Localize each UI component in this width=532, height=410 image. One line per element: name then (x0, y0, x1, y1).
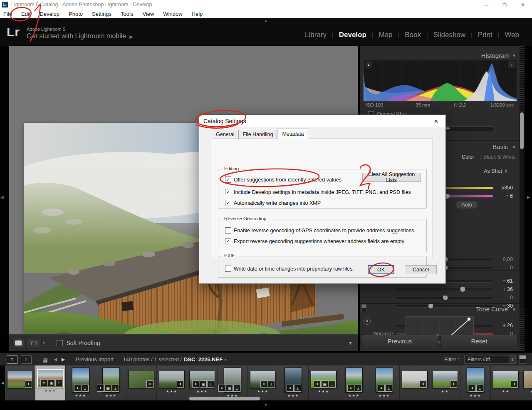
tab-file-handling[interactable]: File Handling (238, 130, 277, 139)
tab-metadata[interactable]: Metadata (277, 129, 309, 139)
checkbox-automatically-write-changes-into-xmp[interactable]: ✓ (225, 200, 231, 206)
star-rating[interactable]: ★★★ (318, 390, 329, 394)
star-rating[interactable]: ★★★ (287, 394, 299, 398)
module-tab-slideshow[interactable]: Slideshow (428, 31, 471, 39)
thumbnail-valley[interactable]: ⬧± (345, 368, 363, 393)
filmstrip-cell[interactable]: ⬧▣±★★★ (35, 365, 66, 400)
keyword-badge-icon[interactable]: ⬧ (25, 380, 32, 388)
crop-badge-icon[interactable]: ▣ (321, 380, 328, 388)
menu-item-settings[interactable]: Settings (87, 9, 116, 18)
filmstrip-cell[interactable]: ⬧★★ (430, 365, 460, 400)
adjust-badge-icon[interactable]: ± (233, 385, 240, 392)
module-tab-map[interactable]: Map (373, 31, 398, 39)
toolbar-options-icon[interactable]: ▼ (348, 340, 353, 345)
thumbnail-peak-blue[interactable]: ⬧± (72, 368, 89, 393)
slider-track[interactable] (396, 288, 493, 291)
filmstrip-cell[interactable]: ⬧±★★★ (278, 365, 309, 400)
crop-badge-icon[interactable]: ▣ (200, 380, 207, 388)
star-rating[interactable]: ★★★ (379, 394, 390, 398)
menu-item-help[interactable]: Help (187, 9, 208, 18)
reset-button[interactable]: Reset (440, 335, 518, 347)
module-tab-develop[interactable]: Develop (334, 31, 372, 39)
filmstrip-cell[interactable]: ⬧▣±★★★ (309, 365, 339, 400)
adjust-badge-icon[interactable]: ± (385, 385, 392, 392)
histogram-panel-header[interactable]: Histogram (481, 52, 510, 59)
filmstrip-cell[interactable]: ⬧±★★★ (369, 365, 400, 400)
star-rating[interactable]: ★★★ (348, 394, 360, 398)
filmstrip-cell[interactable]: ⬧±★★★ (339, 365, 369, 400)
keyword-badge-icon[interactable]: ⬧ (177, 380, 184, 388)
checkbox-enable-reverse-geocoding-of-gps-coordina[interactable] (225, 227, 231, 234)
selected-filename[interactable]: DSC_2225.NEF (184, 356, 223, 363)
go-forward-icon[interactable]: ▶ (62, 357, 65, 362)
star-rating[interactable]: ★★★ (45, 389, 56, 393)
previous-button[interactable]: Previous (361, 335, 438, 347)
close-icon[interactable]: ✕ (514, 0, 532, 9)
keyword-badge-icon[interactable]: ⬧ (420, 380, 427, 388)
thumbnail-trail-dark[interactable]: ⬧ (129, 371, 154, 388)
keyword-badge-icon[interactable]: ⬧ (378, 385, 385, 392)
crop-badge-icon[interactable]: ▣ (104, 385, 111, 392)
thumbnail-dark-peak[interactable]: ⬧± (285, 368, 302, 393)
clear-suggestion-lists-button[interactable]: Clear All Suggestion Lists (362, 173, 421, 182)
filmstrip-cell[interactable]: ⬧▣±★★★ (218, 365, 248, 400)
filmstrip-cell[interactable]: ⬧ (5, 365, 35, 400)
menu-item-file[interactable]: File (0, 9, 17, 18)
filmstrip-cell[interactable]: ⬧★★★ (157, 365, 187, 400)
filter-toggle[interactable] (519, 355, 526, 364)
auto-tone-button[interactable]: Auto (455, 201, 478, 209)
collapse-filmstrip-icon[interactable]: ▼ (260, 403, 271, 407)
filmstrip-source[interactable]: Previous Import (76, 356, 114, 363)
keyword-badge-icon[interactable]: ⬧ (469, 385, 476, 392)
thumbnail-valley2[interactable]: ⬧± (376, 368, 393, 393)
menu-item-develop[interactable]: Develop (35, 9, 64, 18)
partial-slider[interactable] (445, 127, 494, 131)
slider-knob[interactable] (460, 287, 465, 292)
adjust-badge-icon[interactable]: ± (55, 379, 62, 386)
keyword-badge-icon[interactable]: ⬧ (40, 379, 47, 386)
keyword-badge-icon[interactable]: ⬧ (260, 380, 267, 388)
keyword-badge-icon[interactable]: ⬧ (287, 385, 294, 392)
keyword-badge-icon[interactable]: ⬧ (146, 380, 153, 388)
adjust-badge-icon[interactable]: ± (476, 385, 483, 392)
thumbnail-fog-port[interactable]: ⬧▣± (224, 368, 241, 393)
thumbnail-cows-meadow[interactable]: ⬧▣± (311, 371, 337, 388)
treatment-black-white[interactable]: Black & White (483, 154, 516, 160)
histogram[interactable]: ▲ ▲ (363, 60, 517, 102)
panel-scrollbar-track[interactable] (520, 46, 525, 351)
filmstrip-cell[interactable]: ★★★ (521, 365, 532, 400)
adjust-badge-icon[interactable]: ± (112, 385, 119, 392)
menu-item-view[interactable]: View (138, 9, 158, 18)
second-window-button[interactable]: 2 (21, 355, 32, 364)
view-options-caret-icon[interactable]: ▾ (43, 341, 45, 345)
filter-dropdown[interactable]: Filters Off ⇕ (464, 355, 516, 364)
before-after-view-button[interactable]: Y Y (27, 338, 42, 348)
slider-knob[interactable] (428, 303, 433, 309)
thumbnail-hut[interactable]: ⬧ (7, 371, 33, 388)
adjust-badge-icon[interactable]: ± (355, 385, 362, 392)
identity-plate-headline[interactable]: Get started with Lightroom mobile▶ (27, 32, 133, 40)
dialog-close-icon[interactable]: ✕ (427, 115, 445, 127)
filename-caret-icon[interactable]: ▾ (225, 358, 227, 362)
cancel-button[interactable]: Cancel (405, 265, 437, 274)
adjust-badge-icon[interactable]: ± (329, 380, 336, 388)
filmstrip-scrollbar-thumb[interactable] (189, 397, 260, 400)
thumbnail-fog-mtn2[interactable]: ⬧▣± (189, 371, 215, 388)
adjust-badge-icon[interactable]: ± (82, 385, 89, 392)
panel-endcap-icon[interactable]: ▼ (436, 333, 439, 337)
filmstrip-cell[interactable]: ⬧±★★★ (248, 365, 278, 400)
star-rating[interactable]: ★★★ (166, 390, 178, 394)
crop-badge-icon[interactable]: ▣ (226, 385, 233, 392)
star-rating[interactable]: ★★ (502, 390, 510, 394)
loupe-view-button[interactable] (12, 338, 24, 348)
go-back-icon[interactable]: ◀ (54, 357, 57, 362)
checkbox-write-date-or-time-changes-into-propriet[interactable] (225, 266, 231, 272)
menu-item-photo[interactable]: Photo (64, 9, 87, 18)
filmstrip-cell[interactable]: ⬧★★ (491, 365, 521, 400)
basic-collapse-icon[interactable]: ▼ (512, 145, 516, 149)
star-rating[interactable]: ★★★ (75, 394, 87, 398)
targeted-adjustment-icon[interactable] (364, 318, 371, 325)
keyword-badge-icon[interactable]: ⬧ (97, 385, 104, 392)
keyword-badge-icon[interactable]: ⬧ (218, 385, 225, 392)
collapse-left-panel-icon[interactable]: ◀ (0, 195, 4, 199)
